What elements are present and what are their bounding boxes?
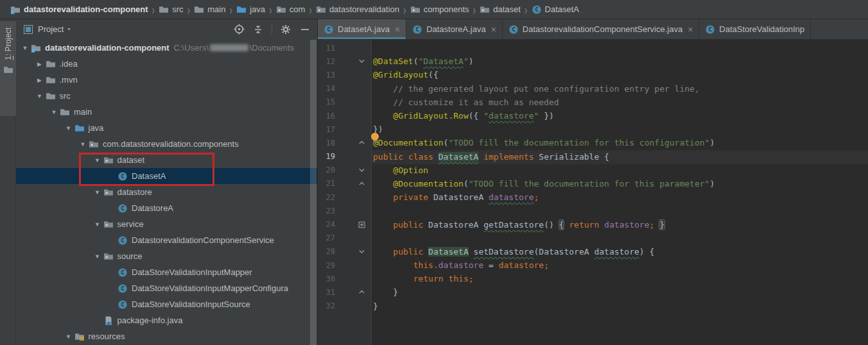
fold-marker-icon[interactable]: [335, 248, 370, 256]
tree-item[interactable]: CDataStoreValidationInputMapper: [16, 264, 317, 280]
tree-item[interactable]: ▼service: [16, 216, 317, 232]
project-panel-icon: [24, 25, 33, 34]
line-number: 19: [318, 152, 335, 161]
folder-icon: [46, 59, 56, 69]
code-line: 24 public DatastoreA getDatastore() { re…: [318, 217, 868, 231]
code-text: @GridLayout({: [370, 70, 438, 80]
breadcrumb-item[interactable]: datastorevalidation: [316, 4, 399, 15]
package-icon: [316, 4, 326, 15]
code-line: 18@Documentation("TODO fill the document…: [318, 136, 868, 149]
editor-tab[interactable]: CDatastorevalidationComponentService.jav…: [503, 19, 700, 39]
intention-bulb-icon[interactable]: [370, 132, 380, 143]
folder-resources-icon: [74, 332, 85, 342]
code-line: 22 private DatastoreA datastore;: [318, 190, 868, 204]
gear-icon[interactable]: [280, 24, 291, 35]
breadcrumb-item[interactable]: src: [159, 4, 183, 15]
breadcrumb-item[interactable]: components: [410, 4, 469, 15]
editor-tab[interactable]: CDatasetA.java×: [318, 19, 406, 39]
folder-icon: [46, 91, 56, 101]
line-number: 17: [318, 125, 335, 134]
tree-item[interactable]: ▼java: [16, 120, 317, 136]
class-icon: C: [532, 4, 542, 15]
expanded-arrow-icon[interactable]: ▼: [20, 45, 30, 51]
expanded-arrow-icon[interactable]: ▼: [49, 109, 59, 115]
tree-item[interactable]: CDataStoreValidationInputMapperConfigura: [16, 280, 317, 296]
breadcrumb-item-label: dataset: [493, 4, 521, 14]
tree-scrollbar[interactable]: [310, 40, 317, 345]
breadcrumb-separator: ›: [473, 2, 476, 16]
tree-item[interactable]: ▼com.datastorevalidation.components: [16, 136, 317, 152]
fold-marker-icon[interactable]: [335, 57, 370, 65]
package-icon: [89, 139, 99, 149]
collapsed-arrow-icon[interactable]: ▶: [35, 61, 45, 67]
breadcrumb-item[interactable]: com: [276, 4, 306, 15]
expanded-arrow-icon[interactable]: ▼: [92, 221, 103, 228]
tree-item[interactable]: ▼datastore: [16, 184, 317, 200]
tree-item[interactable]: ▼dataset: [16, 152, 317, 168]
tree-item-label: java: [89, 123, 104, 133]
tree-item[interactable]: Jpackage-info.java: [16, 312, 317, 328]
folder-icon: [60, 107, 70, 117]
collapsed-arrow-icon[interactable]: ▶: [35, 77, 45, 83]
line-number: 29: [318, 261, 335, 270]
hide-panel-icon[interactable]: [299, 24, 311, 35]
breadcrumb-item-label: main: [207, 4, 225, 14]
fold-marker-icon[interactable]: [335, 221, 370, 229]
tree-item[interactable]: ▼src: [16, 88, 317, 104]
close-tab-icon[interactable]: ×: [491, 24, 496, 35]
tree-item[interactable]: ▶.mvn: [16, 72, 317, 88]
tree-item-label: main: [74, 107, 92, 117]
expanded-arrow-icon[interactable]: ▼: [35, 93, 45, 99]
package-icon: [410, 4, 421, 15]
expanded-arrow-icon[interactable]: ▼: [92, 157, 103, 164]
breadcrumb-item[interactable]: datastorevalidation-component: [10, 4, 148, 15]
line-number: 31: [318, 288, 335, 297]
breadcrumb-item[interactable]: CDatasetA: [532, 4, 579, 15]
package-icon: [480, 4, 490, 15]
tree-item[interactable]: ▼datastorevalidation-componentC:\Users\\…: [16, 40, 317, 56]
editor-tab[interactable]: CDatastoreA.java×: [406, 19, 503, 39]
code-text: }: [370, 301, 378, 311]
collapse-all-icon[interactable]: [252, 24, 264, 35]
breadcrumb-item-label: DatasetA: [545, 4, 579, 14]
code-editor[interactable]: 1112@DataSet("DatasetA")13@GridLayout({1…: [318, 40, 868, 345]
tree-item[interactable]: ▶.idea: [16, 56, 317, 72]
close-tab-icon[interactable]: ×: [395, 24, 400, 35]
editor-tab-bar: CDatasetA.java×CDatastoreA.java×CDatasto…: [318, 19, 868, 40]
breadcrumb-item[interactable]: main: [194, 4, 225, 15]
tree-item[interactable]: CDatastoreA: [16, 200, 317, 216]
expanded-arrow-icon[interactable]: ▼: [64, 125, 74, 131]
locate-file-icon[interactable]: [233, 24, 245, 35]
expanded-arrow-icon[interactable]: ▼: [64, 333, 74, 340]
tree-item[interactable]: ▼source: [16, 248, 317, 264]
tree-item[interactable]: ▼resources: [16, 328, 317, 344]
code-line: 23: [318, 204, 868, 217]
fold-marker-icon[interactable]: [335, 288, 370, 296]
line-number: 13: [318, 71, 335, 80]
fold-marker-icon[interactable]: [335, 180, 370, 188]
expanded-arrow-icon[interactable]: ▼: [92, 189, 103, 196]
class-icon: C: [117, 171, 128, 181]
tree-item[interactable]: CDatasetA: [16, 168, 317, 184]
tree-item[interactable]: ▼main: [16, 104, 317, 120]
tree-item-label: package-info.java: [117, 316, 183, 325]
code-text: @GridLayout.Row({ "datastore" }): [370, 111, 554, 121]
fold-marker-icon[interactable]: [335, 139, 370, 147]
project-root-path: C:\Users\\Documents: [174, 43, 295, 53]
editor-tab[interactable]: CDataStoreValidationInp: [699, 19, 811, 39]
line-number: 32: [318, 301, 335, 310]
project-tool-window-button[interactable]: 1: Project: [0, 21, 16, 116]
class-icon: C: [508, 24, 519, 35]
expanded-arrow-icon[interactable]: ▼: [92, 253, 103, 260]
breadcrumb-item[interactable]: dataset: [480, 4, 521, 15]
close-tab-icon[interactable]: ×: [688, 24, 693, 35]
expanded-arrow-icon[interactable]: ▼: [78, 141, 88, 147]
fold-marker-icon[interactable]: [335, 166, 370, 174]
tree-item-label: source: [117, 251, 143, 261]
project-panel-header: Project ▾: [16, 19, 317, 39]
breadcrumb-separator: ›: [525, 2, 528, 16]
tree-item[interactable]: CDataStoreValidationInputSource: [16, 296, 317, 312]
tree-item[interactable]: CDatastorevalidationComponentService: [16, 232, 317, 248]
chevron-down-icon[interactable]: ▾: [67, 26, 70, 32]
breadcrumb-item[interactable]: java: [236, 4, 265, 15]
